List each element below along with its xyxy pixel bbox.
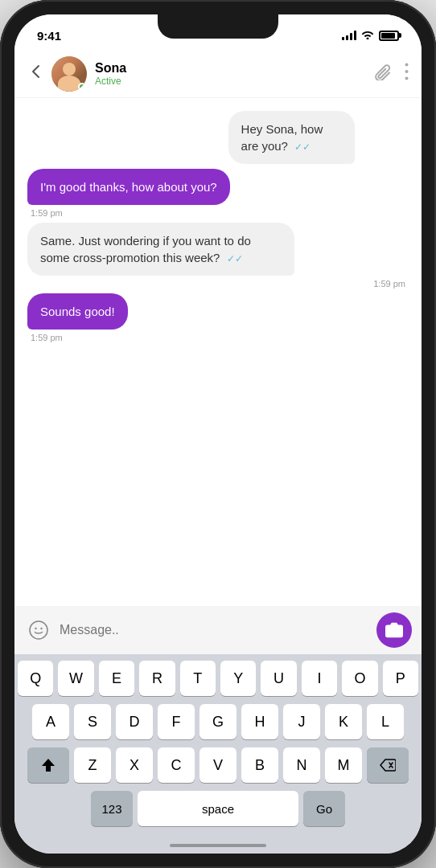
key-g[interactable]: G	[199, 704, 237, 739]
svg-point-3	[30, 621, 47, 639]
message-bubble: I'm good thanks, how about you?	[27, 169, 230, 205]
message-text: Sounds good!	[40, 305, 115, 318]
key-y[interactable]: Y	[220, 661, 256, 696]
go-key[interactable]: Go	[303, 791, 345, 826]
back-button[interactable]	[27, 63, 45, 85]
key-f[interactable]: F	[158, 704, 195, 739]
key-q[interactable]: Q	[18, 661, 53, 696]
key-l[interactable]: L	[367, 704, 404, 739]
key-t[interactable]: T	[180, 661, 216, 696]
key-c[interactable]: C	[158, 747, 195, 783]
message-wrapper: Same. Just wondering if you want to do s…	[27, 223, 409, 289]
camera-button[interactable]	[376, 612, 412, 648]
message-input[interactable]	[60, 614, 370, 646]
message-time: 1:59 pm	[370, 279, 409, 289]
phone-screen: 9:41	[14, 14, 422, 854]
bubble-row: Hey Sona, how are you? ✓✓	[228, 111, 409, 164]
key-x[interactable]: X	[116, 747, 153, 783]
key-u[interactable]: U	[261, 661, 296, 696]
space-key[interactable]: space	[138, 791, 298, 826]
message-text: Hey Sona, how are you?	[241, 122, 323, 153]
read-receipt: ✓✓	[227, 253, 243, 264]
key-n[interactable]: N	[283, 747, 320, 783]
contact-name: Sona	[95, 61, 374, 76]
key-j[interactable]: J	[283, 704, 320, 739]
read-receipt: ✓✓	[294, 141, 311, 153]
home-indicator	[170, 844, 266, 847]
key-i[interactable]: I	[302, 661, 337, 696]
key-s[interactable]: S	[74, 704, 111, 739]
message-bubble: Same. Just wondering if you want to do s…	[27, 223, 294, 276]
svg-point-5	[40, 628, 42, 629]
key-w[interactable]: W	[58, 661, 93, 696]
keyboard-row-4: 123 space Go	[18, 791, 418, 826]
svg-point-6	[391, 628, 397, 633]
contact-status: Active	[95, 76, 374, 87]
contact-info: Sona Active	[95, 61, 374, 87]
key-e[interactable]: E	[99, 661, 134, 696]
more-options-icon[interactable]	[405, 63, 409, 85]
svg-point-2	[405, 76, 409, 80]
status-time: 9:41	[37, 29, 61, 43]
wifi-icon	[361, 29, 374, 42]
svg-point-0	[405, 63, 409, 66]
status-icons	[342, 29, 399, 42]
online-indicator	[78, 83, 86, 91]
message-wrapper: Hey Sona, how are you? ✓✓	[27, 111, 409, 164]
key-z[interactable]: Z	[74, 747, 111, 783]
key-a[interactable]: A	[32, 704, 69, 739]
message-text: I'm good thanks, how about you?	[40, 180, 217, 194]
signal-icon	[342, 31, 356, 40]
message-wrapper: Sounds good! 1:59 pm	[27, 293, 409, 342]
message-bubble: Hey Sona, how are you? ✓✓	[228, 111, 355, 164]
svg-point-4	[35, 628, 36, 629]
keyboard-row-2: A S D F G H J K L	[18, 704, 418, 739]
shift-key[interactable]	[27, 747, 69, 783]
key-o[interactable]: O	[342, 661, 377, 696]
bubble-row: Same. Just wondering if you want to do s…	[27, 223, 409, 276]
key-p[interactable]: P	[383, 661, 418, 696]
backspace-key[interactable]	[367, 747, 409, 783]
key-b[interactable]: B	[241, 747, 278, 783]
key-h[interactable]: H	[241, 704, 278, 739]
keyboard-row-3: Z X C V B N M	[18, 747, 418, 783]
chat-area: Hey Sona, how are you? ✓✓ I'm good thank…	[14, 98, 422, 606]
keyboard-row-1: Q W E R T Y U I O P	[18, 661, 418, 696]
phone-frame: 9:41	[0, 0, 436, 868]
key-k[interactable]: K	[325, 704, 362, 739]
bottom-bar	[14, 837, 422, 854]
svg-point-1	[405, 70, 409, 73]
key-d[interactable]: D	[116, 704, 153, 739]
keyboard: Q W E R T Y U I O P A S D F G H J K	[14, 654, 422, 837]
message-time: 1:59 pm	[27, 208, 66, 218]
battery-icon	[379, 31, 399, 41]
key-r[interactable]: R	[139, 661, 175, 696]
key-v[interactable]: V	[199, 747, 237, 783]
chat-header: Sona Active	[14, 50, 422, 98]
avatar	[51, 56, 87, 92]
message-time: 1:59 pm	[27, 333, 66, 342]
key-m[interactable]: M	[325, 747, 362, 783]
message-wrapper: I'm good thanks, how about you? 1:59 pm	[27, 169, 409, 218]
numbers-key[interactable]: 123	[91, 791, 133, 826]
message-bubble: Sounds good!	[27, 293, 128, 330]
message-text: Same. Just wondering if you want to do s…	[40, 234, 251, 264]
message-input-area	[14, 606, 422, 654]
attachment-icon[interactable]	[374, 63, 392, 85]
header-actions	[374, 63, 409, 85]
notch	[158, 14, 278, 39]
emoji-button[interactable]	[24, 616, 53, 645]
